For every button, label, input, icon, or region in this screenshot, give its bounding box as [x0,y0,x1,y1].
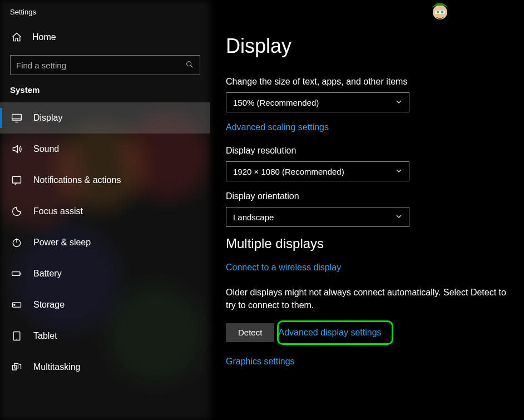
display-icon [11,112,22,123]
orientation-value: Landscape [233,213,274,222]
main-panel: Display Change the size of text, apps, a… [210,0,524,420]
svg-point-13 [441,11,443,13]
orientation-dropdown[interactable]: Landscape [226,207,409,227]
multitasking-icon [11,362,22,373]
sound-icon [11,144,22,155]
orientation-label: Display orientation [226,191,516,201]
tablet-icon [11,330,22,342]
sidebar-item-focus-assist[interactable]: Focus assist [0,196,210,227]
sidebar-item-label: Focus assist [33,206,83,216]
avatar [428,0,452,23]
svg-point-12 [437,11,439,13]
svg-rect-11 [435,11,445,14]
home-icon [11,32,22,43]
search-input[interactable] [16,61,185,70]
sidebar-item-power-sleep[interactable]: Power & sleep [0,227,210,258]
home-label: Home [32,32,56,42]
sidebar-item-label: Display [33,113,62,123]
notifications-icon [11,175,22,186]
search-icon [185,60,194,71]
sidebar-item-label: Multitasking [33,362,80,372]
highlight-box: Advanced display settings [277,320,393,345]
sidebar-item-label: Battery [33,269,62,279]
page-title: Display [226,34,516,58]
app-title: Settings [0,8,210,26]
svg-point-6 [14,304,15,305]
resolution-label: Display resolution [226,146,516,156]
chevron-down-icon [396,167,402,176]
sidebar-item-display[interactable]: Display [0,102,210,134]
svg-point-0 [187,61,191,66]
sidebar-item-multitasking[interactable]: Multitasking [0,352,210,383]
sidebar-item-notifications[interactable]: Notifications & actions [0,165,210,196]
svg-rect-1 [12,114,22,120]
sidebar-item-label: Power & sleep [33,238,91,248]
sidebar-item-label: Notifications & actions [33,175,121,185]
sidebar-item-label: Tablet [33,331,57,341]
svg-rect-4 [12,272,20,276]
sidebar-item-battery[interactable]: Battery [0,258,210,289]
detect-button[interactable]: Detect [226,323,274,342]
search-box[interactable] [10,55,200,75]
resolution-value: 1920 × 1080 (Recommended) [233,167,344,176]
sidebar-item-tablet[interactable]: Tablet [0,320,210,352]
graphics-settings-link[interactable]: Graphics settings [226,357,295,367]
sidebar-section-label: System [0,85,210,102]
resolution-dropdown[interactable]: 1920 × 1080 (Recommended) [226,161,409,181]
sidebar-item-label: Storage [33,300,65,310]
advanced-scaling-link[interactable]: Advanced scaling settings [226,122,329,132]
focus-assist-icon [11,206,22,217]
sidebar-nav: Display Sound Notifications & actions Fo… [0,102,210,383]
scale-label: Change the size of text, apps, and other… [226,77,516,87]
chevron-down-icon [396,98,402,107]
scale-dropdown[interactable]: 150% (Recommended) [226,92,409,112]
power-icon [11,237,22,248]
chevron-down-icon [396,213,402,221]
multiple-displays-heading: Multiple displays [226,236,516,251]
scale-value: 150% (Recommended) [233,98,319,107]
svg-rect-2 [13,176,21,183]
advanced-display-settings-link[interactable]: Advanced display settings [279,328,382,338]
battery-icon [11,268,22,279]
sidebar: Settings Home System Display [0,0,210,420]
nav-home[interactable]: Home [0,26,210,48]
sidebar-item-storage[interactable]: Storage [0,289,210,320]
storage-icon [11,299,22,310]
connect-wireless-link[interactable]: Connect to a wireless display [226,263,341,273]
sidebar-item-label: Sound [33,144,59,154]
sidebar-item-sound[interactable]: Sound [0,134,210,165]
older-displays-text: Older displays might not always connect … [226,286,516,312]
